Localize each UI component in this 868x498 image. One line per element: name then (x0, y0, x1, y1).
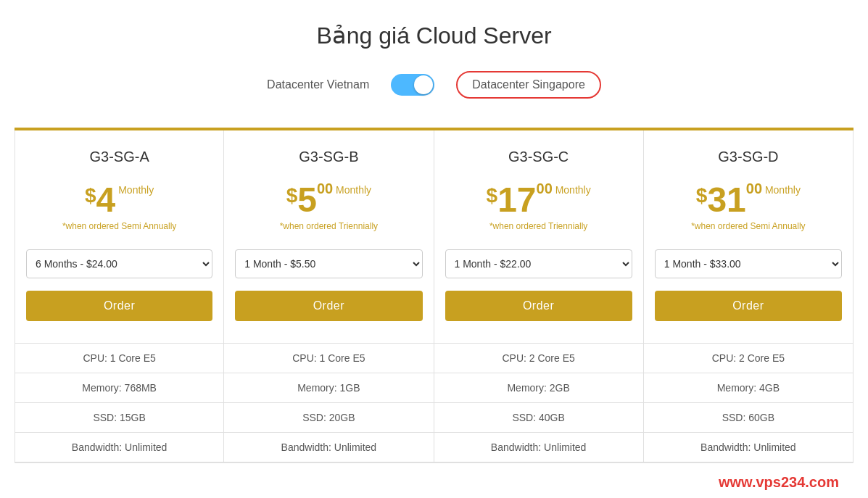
price-note-G3-SG-B: *when ordered Triennially (231, 221, 426, 237)
price-note-G3-SG-C: *when ordered Triennially (442, 221, 636, 237)
plan-name-G3-SG-A: G3-SG-A (15, 130, 223, 176)
plan-specs-G3-SG-C: CPU: 2 Core E5Memory: 2GBSSD: 40GBBandwi… (434, 343, 643, 462)
spec-row: Memory: 1GB (224, 373, 433, 403)
price-period-G3-SG-D: Monthly (762, 184, 801, 196)
plan-pricing-G3-SG-C: $1700 Monthly*when ordered Triennially (434, 176, 643, 241)
plan-card-G3-SG-A: G3-SG-A$4 Monthly*when ordered Semi Annu… (15, 130, 224, 463)
plan-specs-G3-SG-A: CPU: 1 Core E5Memory: 768MBSSD: 15GBBand… (15, 343, 223, 462)
plan-name-G3-SG-D: G3-SG-D (644, 130, 853, 176)
spec-row: SSD: 15GB (15, 403, 223, 433)
price-main-G3-SG-A: 4 (96, 180, 116, 219)
price-dollar-G3-SG-A: $ (85, 184, 96, 207)
price-main-G3-SG-D: 31 (707, 180, 745, 219)
plan-price-line-G3-SG-A: $4 Monthly (22, 180, 216, 220)
price-main-G3-SG-C: 17 (497, 180, 536, 219)
plan-price-line-G3-SG-B: $500 Monthly (231, 180, 426, 220)
plan-select-wrapper-G3-SG-A: 1 Month - $4.003 Months - $12.006 Months… (15, 241, 223, 287)
plan-specs-G3-SG-B: CPU: 1 Core E5Memory: 1GBSSD: 20GBBandwi… (224, 343, 433, 462)
plan-select-wrapper-G3-SG-C: 1 Month - $22.003 Months - $66.006 Month… (434, 241, 643, 287)
spec-row: Memory: 2GB (434, 373, 643, 403)
toggle-track (391, 74, 434, 96)
plan-name-G3-SG-B: G3-SG-B (224, 130, 433, 176)
page-title: Bảng giá Cloud Server (15, 22, 853, 49)
page-wrapper: Bảng giá Cloud Server Datacenter Vietnam… (0, 0, 868, 498)
spec-row: SSD: 40GB (434, 403, 643, 433)
price-dollar-G3-SG-D: $ (696, 184, 708, 207)
spec-row: CPU: 1 Core E5 (224, 344, 433, 373)
spec-row: CPU: 1 Core E5 (15, 344, 223, 373)
plan-card-G3-SG-C: G3-SG-C$1700 Monthly*when ordered Trienn… (434, 130, 644, 463)
spec-row: SSD: 60GB (644, 403, 853, 433)
plan-select-G3-SG-D[interactable]: 1 Month - $33.003 Months - $99.006 Month… (655, 249, 842, 278)
plan-price-line-G3-SG-D: $3100 Monthly (651, 180, 846, 220)
plan-select-G3-SG-B[interactable]: 1 Month - $5.503 Months - $16.506 Months… (235, 249, 422, 278)
datacenter-vietnam-label: Datacenter Vietnam (267, 78, 369, 91)
price-dollar-G3-SG-B: $ (286, 184, 298, 207)
order-btn-G3-SG-D[interactable]: Order (655, 291, 842, 321)
plan-card-G3-SG-D: G3-SG-D$3100 Monthly*when ordered Semi A… (644, 130, 853, 463)
plan-select-wrapper-G3-SG-B: 1 Month - $5.503 Months - $16.506 Months… (224, 241, 433, 287)
plan-specs-G3-SG-D: CPU: 2 Core E5Memory: 4GBSSD: 60GBBandwi… (644, 343, 853, 462)
datacenter-toggle-row: Datacenter Vietnam Datacenter Singapore (15, 71, 853, 99)
order-btn-wrapper-G3-SG-C: Order (434, 287, 643, 336)
plan-select-wrapper-G3-SG-D: 1 Month - $33.003 Months - $99.006 Month… (644, 241, 853, 287)
datacenter-toggle[interactable] (391, 74, 434, 96)
spec-row: Bandwidth: Unlimited (224, 433, 433, 462)
datacenter-singapore-label[interactable]: Datacenter Singapore (456, 71, 601, 99)
price-note-G3-SG-A: *when ordered Semi Annually (22, 221, 216, 237)
spec-row: Memory: 4GB (644, 373, 853, 403)
order-btn-wrapper-G3-SG-B: Order (224, 287, 433, 336)
order-btn-G3-SG-B[interactable]: Order (235, 291, 422, 321)
plans-grid: G3-SG-A$4 Monthly*when ordered Semi Annu… (15, 128, 853, 463)
order-btn-wrapper-G3-SG-A: Order (15, 287, 223, 336)
plan-select-G3-SG-C[interactable]: 1 Month - $22.003 Months - $66.006 Month… (445, 249, 632, 278)
price-cents-G3-SG-D: 00 (746, 180, 762, 196)
order-btn-G3-SG-A[interactable]: Order (26, 291, 212, 321)
price-cents-G3-SG-C: 00 (537, 180, 553, 196)
spec-row: SSD: 20GB (224, 403, 433, 433)
plan-name-G3-SG-C: G3-SG-C (434, 130, 643, 176)
price-cents-G3-SG-B: 00 (317, 180, 333, 196)
plan-price-line-G3-SG-C: $1700 Monthly (442, 180, 636, 220)
price-note-G3-SG-D: *when ordered Semi Annually (651, 221, 846, 237)
plan-pricing-G3-SG-A: $4 Monthly*when ordered Semi Annually (15, 176, 223, 241)
price-main-G3-SG-B: 5 (297, 180, 317, 219)
spec-row: CPU: 2 Core E5 (434, 344, 643, 373)
price-period-G3-SG-B: Monthly (333, 184, 371, 196)
price-period-G3-SG-C: Monthly (553, 184, 591, 196)
spec-row: Memory: 768MB (15, 373, 223, 403)
plan-card-G3-SG-B: G3-SG-B$500 Monthly*when ordered Trienni… (224, 130, 434, 463)
order-btn-G3-SG-C[interactable]: Order (445, 291, 632, 321)
watermark: www.vps234.com (15, 463, 853, 494)
spec-row: Bandwidth: Unlimited (434, 433, 643, 462)
plan-pricing-G3-SG-D: $3100 Monthly*when ordered Semi Annually (644, 176, 853, 241)
spec-row: Bandwidth: Unlimited (644, 433, 853, 462)
price-period-G3-SG-A: Monthly (115, 184, 154, 196)
spec-row: CPU: 2 Core E5 (644, 344, 853, 373)
price-dollar-G3-SG-C: $ (487, 184, 498, 207)
order-btn-wrapper-G3-SG-D: Order (644, 287, 853, 336)
plan-pricing-G3-SG-B: $500 Monthly*when ordered Triennially (224, 176, 433, 241)
spec-row: Bandwidth: Unlimited (15, 433, 223, 462)
plan-select-G3-SG-A[interactable]: 1 Month - $4.003 Months - $12.006 Months… (26, 249, 212, 278)
toggle-thumb (414, 75, 433, 94)
